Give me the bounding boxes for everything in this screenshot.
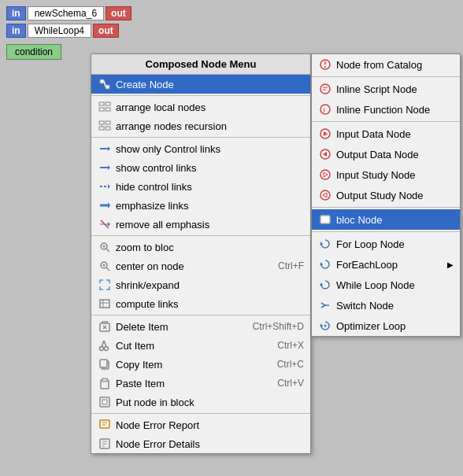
cut-icon	[98, 338, 112, 352]
cut-item-label: Cut Item	[116, 340, 154, 352]
optimizer-icon	[318, 319, 332, 333]
delete-item-item[interactable]: Delete Item Ctrl+Shift+D	[91, 317, 310, 336]
output-data-item[interactable]: Output Data Node	[312, 144, 460, 164]
out-tag-1: out	[106, 6, 131, 20]
svg-marker-73	[320, 242, 323, 245]
arrange-local-label: arrange local nodes	[116, 101, 206, 113]
svg-marker-18	[108, 202, 110, 208]
svg-point-57	[324, 66, 326, 68]
script-icon	[318, 82, 332, 96]
output-study-item[interactable]: Output Study Node	[312, 185, 460, 205]
input-study-icon	[318, 168, 332, 182]
inline-function-item[interactable]: f Inline Function Node	[312, 99, 460, 120]
arrange-local-item[interactable]: arrange local nodes	[91, 98, 310, 116]
node-error-details-item[interactable]: Node Error Details	[91, 434, 310, 453]
svg-marker-12	[108, 146, 110, 151]
svg-rect-8	[106, 121, 110, 124]
bloc-node-item[interactable]: bloc Node	[312, 209, 460, 230]
arrange-recursive-item[interactable]: arrange nodes recursion	[91, 116, 310, 135]
condition-label[interactable]: condition	[6, 44, 61, 60]
svg-marker-20	[108, 222, 110, 227]
svg-rect-0	[100, 79, 104, 83]
svg-rect-47	[102, 400, 107, 404]
sep-5	[91, 413, 310, 414]
show-only-control-label: show only Control links	[116, 143, 220, 155]
svg-line-41	[104, 341, 106, 347]
node-label-2[interactable]: WhileLoop4	[28, 24, 91, 38]
svg-marker-16	[108, 184, 110, 189]
put-in-block-item[interactable]: Put node in block	[91, 393, 310, 411]
shrink-expand-label: shrink/expand	[116, 279, 180, 291]
show-control-label: show control links	[116, 162, 197, 174]
svg-point-69	[320, 190, 330, 200]
compute-links-item[interactable]: compute links	[91, 294, 310, 313]
svg-rect-10	[106, 127, 110, 130]
for-loop-item[interactable]: For Loop Node	[312, 234, 460, 254]
for-loop-icon	[318, 237, 332, 251]
svg-rect-9	[99, 127, 104, 130]
node-icon	[98, 77, 112, 91]
create-node-label: Create Node	[116, 79, 174, 90]
svg-rect-6	[106, 108, 110, 111]
inline-function-label: Inline Function Node	[336, 104, 430, 116]
input-data-icon	[318, 127, 332, 141]
inline-script-item[interactable]: Inline Script Node	[312, 79, 460, 99]
for-each-icon	[318, 257, 332, 271]
sep-3	[91, 235, 310, 236]
node-error-report-item[interactable]: Node Error Report	[91, 415, 310, 434]
zoom-to-bloc-label: zoom to bloc	[116, 242, 174, 253]
svg-point-61	[320, 105, 330, 114]
sep-1	[91, 95, 310, 96]
copy-item-item[interactable]: Copy Item Ctrl+C	[91, 355, 310, 374]
remove-emphasis-item[interactable]: remove all emphasis	[91, 215, 310, 234]
arrange-recursive-label: arrange nodes recursion	[116, 120, 227, 132]
node-from-catalog-item[interactable]: Node from Catalog	[312, 54, 460, 75]
svg-point-67	[320, 170, 330, 179]
sub-sep-4	[312, 231, 460, 232]
paste-item-item[interactable]: Paste Item Ctrl+V	[91, 374, 310, 393]
cut-item-item[interactable]: Cut Item Ctrl+X	[91, 336, 310, 355]
output-data-label: Output Data Node	[336, 149, 419, 161]
svg-point-38	[100, 347, 104, 351]
create-node-item[interactable]: Create Node	[91, 75, 310, 94]
hide-control-item[interactable]: hide control links	[91, 177, 310, 196]
zoom-icon	[98, 240, 112, 254]
optimizer-loop-item[interactable]: Optimizer Loop	[312, 315, 460, 336]
sub-sep-3	[312, 207, 460, 208]
sub-sep-1	[312, 76, 460, 77]
zoom-to-bloc-item[interactable]: zoom to bloc	[91, 238, 310, 256]
emphasize-links-item[interactable]: emphasize links	[91, 196, 310, 215]
input-data-item[interactable]: Input Data Node	[312, 124, 460, 144]
center-on-node-item[interactable]: center on node Ctrl+F	[91, 256, 310, 275]
in-tag-1: in	[6, 6, 26, 20]
for-each-loop-item[interactable]: ForEachLoop ▶	[312, 254, 460, 275]
input-study-item[interactable]: Input Study Node	[312, 164, 460, 185]
show-only-control-item[interactable]: show only Control links	[91, 139, 310, 158]
node-label-1[interactable]: newSchema_6	[28, 6, 104, 20]
compute-links-label: compute links	[116, 298, 178, 310]
sep-2	[91, 137, 310, 138]
sub-menu: Node from Catalog Inline Script Node f I…	[311, 54, 461, 337]
node-row-1: in newSchema_6 out	[6, 6, 131, 20]
node-row-2: in WhileLoop4 out	[6, 24, 131, 38]
link-icon-4	[98, 198, 112, 212]
switch-node-item[interactable]: Switch Node	[312, 295, 460, 315]
while-loop-item[interactable]: While Loop Node	[312, 275, 460, 295]
for-loop-label: For Loop Node	[336, 238, 405, 250]
copy-item-shortcut: Ctrl+C	[261, 359, 304, 370]
node-error-details-label: Node Error Details	[116, 438, 200, 450]
delete-icon	[98, 319, 112, 334]
paste-icon	[98, 376, 112, 390]
svg-marker-75	[320, 282, 323, 286]
link-icon-2	[98, 161, 112, 175]
menu-container: Composed Node Menu Create Node arrange l…	[91, 54, 461, 454]
arrange-icon-1	[98, 100, 112, 114]
svg-marker-74	[320, 262, 323, 265]
for-each-arrow: ▶	[447, 260, 454, 269]
out-tag-2: out	[93, 24, 119, 38]
svg-marker-76	[320, 323, 323, 327]
details-icon	[98, 437, 112, 451]
shrink-expand-item[interactable]: shrink/expand	[91, 275, 310, 294]
show-control-item[interactable]: show control links	[91, 158, 310, 177]
svg-line-23	[106, 249, 109, 252]
